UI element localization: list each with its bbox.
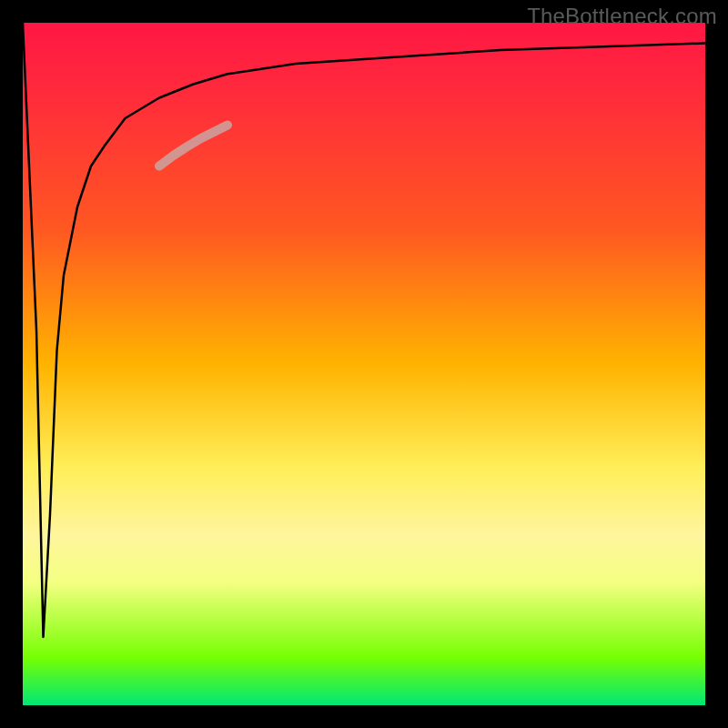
chart-frame: TheBottleneck.com xyxy=(0,0,728,728)
bottleneck-curve xyxy=(23,23,705,637)
curve-highlight-segment xyxy=(159,126,228,167)
watermark-text: TheBottleneck.com xyxy=(527,4,717,29)
chart-curve-svg xyxy=(23,23,705,705)
chart-plot-area xyxy=(23,23,705,705)
